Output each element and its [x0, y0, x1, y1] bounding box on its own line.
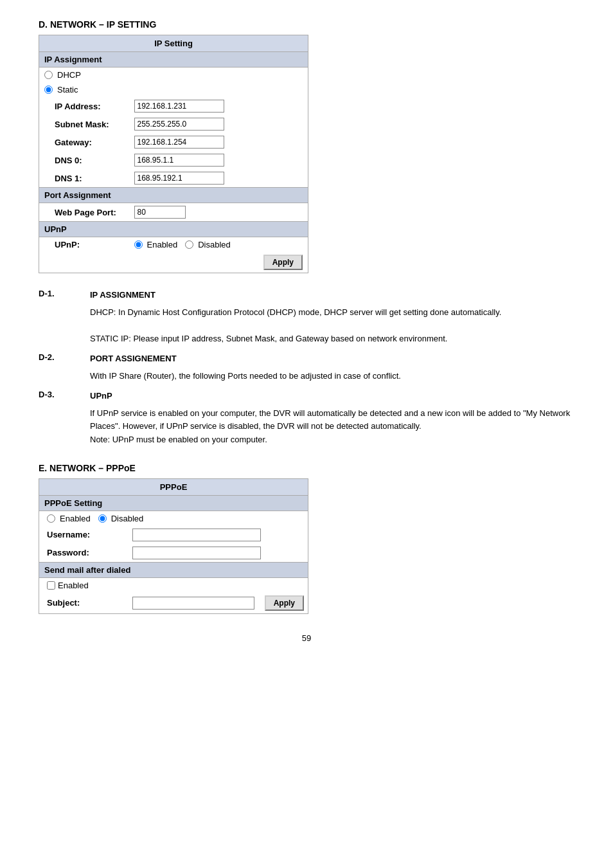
section-d-title: D. NETWORK – IP SETTING — [39, 19, 574, 30]
subnet-mask-label: Subnet Mask: — [39, 115, 129, 133]
dhcp-row: DHCP — [39, 68, 308, 83]
upnp-radio-group: Enabled Disabled — [134, 240, 303, 249]
subnet-mask-row: Subnet Mask: — [39, 115, 308, 133]
d3-text: If UPnP service is enabled on your compu… — [90, 407, 574, 434]
upnp-disabled-radio[interactable] — [185, 240, 193, 249]
d3-title: UPnP — [90, 390, 574, 403]
ip-address-input[interactable] — [134, 100, 224, 113]
pppoe-radio-group: Enabled Disabled — [47, 514, 303, 523]
send-mail-section: Send mail after dialed — [39, 562, 308, 577]
upnp-enabled-label: Enabled — [147, 240, 178, 249]
web-page-port-label: Web Page Port: — [39, 203, 129, 222]
dns1-input[interactable] — [134, 172, 224, 185]
username-label: Username: — [39, 526, 127, 544]
pppoe-apply-button[interactable]: Apply — [265, 595, 304, 611]
section-d3: D-3. UPnP If UPnP service is enabled on … — [39, 390, 574, 447]
upnp-disabled-item: Disabled — [185, 240, 231, 249]
pppoe-setting-section: PPPoE Setting — [39, 495, 308, 511]
page-number: 59 — [39, 633, 574, 643]
section-e-title: E. NETWORK – PPPoE — [39, 463, 574, 473]
port-assignment-section: Port Assignment — [39, 188, 308, 203]
ip-setting-table: IP Setting IP Assignment DHCP Static — [39, 35, 308, 273]
static-row: Static — [39, 82, 308, 97]
port-assignment-label: Port Assignment — [39, 188, 308, 203]
ip-setting-header: IP Setting — [39, 35, 308, 52]
username-row: Username: — [39, 526, 308, 544]
d3-num: D-3. — [39, 390, 90, 447]
subject-row: Subject: Apply — [39, 593, 308, 614]
web-page-port-row: Web Page Port: — [39, 203, 308, 222]
d2-content: PORT ASSIGNEMENT With IP Share (Router),… — [90, 352, 574, 383]
dns0-input[interactable] — [134, 154, 224, 167]
d2-title: PORT ASSIGNEMENT — [90, 352, 574, 366]
ip-apply-button[interactable]: Apply — [263, 255, 303, 270]
upnp-row: UPnP: Enabled Disabled — [39, 237, 308, 253]
d1-dhcp-bold: DHCP: — [90, 307, 116, 317]
ip-address-label: IP Address: — [39, 97, 129, 115]
section-d1: D-1. IP ASSIGNMENT DHCP: In Dynamic Host… — [39, 289, 574, 346]
pppoe-disabled-radio[interactable] — [98, 514, 107, 523]
pppoe-enabled-radio[interactable] — [47, 514, 55, 523]
ip-assignment-label: IP Assignment — [39, 52, 308, 68]
password-label: Password: — [39, 544, 127, 563]
pppoe-disabled-label: Disabled — [111, 514, 144, 523]
password-input[interactable] — [132, 547, 261, 559]
d3-note: Note: UPnP must be enabled on your compu… — [90, 433, 574, 447]
d2-text: With IP Share (Router), the following Po… — [90, 370, 574, 383]
upnp-label: UPnP: — [39, 237, 129, 253]
dns0-row: DNS 0: — [39, 151, 308, 169]
upnp-section: UPnP — [39, 222, 308, 237]
d1-static-bold: STATIC IP: — [90, 334, 131, 343]
subject-label: Subject: — [39, 593, 127, 614]
upnp-section-label: UPnP — [39, 222, 308, 237]
subject-input[interactable] — [132, 597, 254, 610]
dns0-label: DNS 0: — [39, 151, 129, 169]
pppoe-table: PPPoE PPPoE Setting Enabled Disabled — [39, 478, 308, 614]
gateway-label: Gateway: — [39, 133, 129, 151]
d1-dhcp-desc: In Dynamic Host Configuration Protocol (… — [116, 307, 501, 317]
ip-apply-row: Apply — [39, 252, 308, 273]
dhcp-radio[interactable] — [44, 71, 53, 79]
gateway-row: Gateway: — [39, 133, 308, 151]
pppoe-enabled-row: Enabled Disabled — [39, 511, 308, 526]
send-mail-enabled-row: Enabled — [39, 577, 308, 593]
d1-static-text: STATIC IP: Please input IP address, Subn… — [90, 332, 574, 346]
dns1-label: DNS 1: — [39, 169, 129, 188]
upnp-disabled-label: Disabled — [198, 240, 231, 249]
send-mail-enabled-label: Enabled — [58, 581, 89, 590]
d3-note-text: UPnP must be enabled on your computer. — [110, 435, 267, 444]
section-e: E. NETWORK – PPPoE PPPoE PPPoE Setting E… — [39, 463, 574, 614]
d1-num: D-1. — [39, 289, 90, 346]
send-mail-checkbox[interactable] — [47, 581, 55, 590]
dhcp-radio-item: DHCP — [44, 70, 303, 80]
pppoe-disabled-item: Disabled — [98, 514, 144, 523]
pppoe-setting-label: PPPoE Setting — [39, 495, 308, 511]
dns1-row: DNS 1: — [39, 169, 308, 188]
upnp-enabled-radio[interactable] — [134, 240, 143, 249]
d2-num: D-2. — [39, 352, 90, 383]
subnet-mask-input[interactable] — [134, 118, 224, 131]
password-row: Password: — [39, 544, 308, 563]
web-page-port-input[interactable] — [134, 206, 186, 219]
static-radio[interactable] — [44, 86, 53, 94]
static-label: Static — [57, 85, 78, 95]
d1-dhcp-text: DHCP: In Dynamic Host Configuration Prot… — [90, 306, 574, 320]
pppoe-enabled-label: Enabled — [60, 514, 91, 523]
d1-title: IP ASSIGNMENT — [90, 289, 574, 302]
send-mail-checkbox-item: Enabled — [47, 581, 303, 590]
pppoe-enabled-item: Enabled — [47, 514, 91, 523]
username-input[interactable] — [132, 529, 261, 541]
ip-assignment-section: IP Assignment — [39, 52, 308, 68]
ip-address-row: IP Address: — [39, 97, 308, 115]
d1-static-desc: Please input IP address, Subnet Mask, an… — [131, 334, 448, 343]
d1-content: IP ASSIGNMENT DHCP: In Dynamic Host Conf… — [90, 289, 574, 346]
d3-content: UPnP If UPnP service is enabled on your … — [90, 390, 574, 447]
gateway-input[interactable] — [134, 136, 224, 149]
section-d2: D-2. PORT ASSIGNEMENT With IP Share (Rou… — [39, 352, 574, 383]
upnp-enabled-item: Enabled — [134, 240, 178, 249]
section-d: D. NETWORK – IP SETTING IP Setting IP As… — [39, 19, 574, 273]
static-radio-item: Static — [44, 85, 303, 95]
pppoe-header: PPPoE — [39, 478, 308, 495]
send-mail-label: Send mail after dialed — [39, 562, 308, 577]
d3-note-bold: Note: — [90, 435, 110, 444]
